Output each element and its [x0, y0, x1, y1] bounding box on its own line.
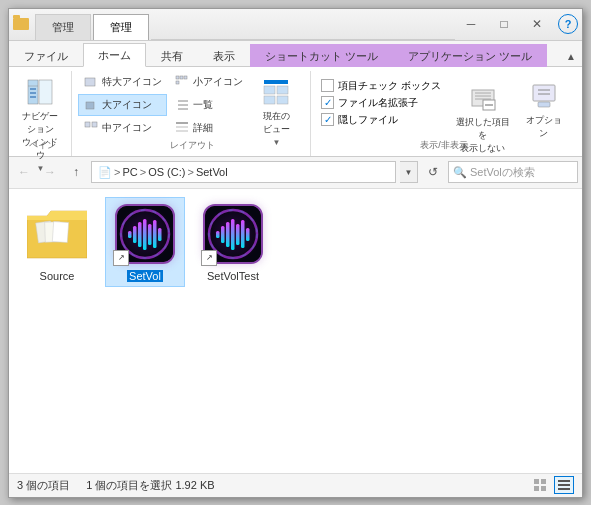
options-btn[interactable]: オプション: [521, 75, 567, 143]
layout-section-label: レイアウト: [74, 139, 310, 152]
ribbon-tabs: ファイル ホーム 共有 表示 ショートカット ツール アプリケーション ツール …: [9, 41, 582, 67]
shortcut-arrow-setvol: ↗: [113, 250, 129, 266]
setvol-name: SetVol: [127, 270, 163, 282]
tab-app-tools[interactable]: アプリケーション ツール: [393, 44, 547, 67]
close-button[interactable]: ✕: [521, 14, 553, 34]
current-view-label: 現在のビュー: [263, 110, 290, 136]
file-item-setvoltest[interactable]: ↗ SetVolTest: [193, 197, 273, 287]
xlarge-icon-btn[interactable]: 特大アイコン: [78, 71, 167, 93]
svg-rect-61: [541, 479, 546, 484]
tab-shortcut-tools[interactable]: ショートカット ツール: [250, 44, 393, 67]
title-bar: 管理 管理 ─ □ ✕ ?: [9, 9, 582, 41]
svg-rect-19: [176, 130, 188, 132]
svg-rect-58: [241, 220, 245, 248]
file-item-source[interactable]: Source: [17, 197, 97, 287]
view-group-2: 小アイコン 一覧: [169, 71, 248, 139]
svg-marker-36: [27, 211, 87, 220]
chk-label-2: ファイル名拡張子: [338, 96, 418, 110]
chk-item-check[interactable]: [321, 79, 334, 92]
path-c: OS (C:): [148, 166, 185, 178]
chk-file-ext[interactable]: [321, 96, 334, 109]
tab-share[interactable]: 共有: [146, 44, 198, 67]
svg-rect-7: [86, 102, 94, 109]
show-section-label: 表示/非表示: [313, 139, 575, 152]
svg-rect-9: [92, 122, 97, 127]
svg-rect-1: [39, 80, 52, 104]
svg-rect-46: [143, 219, 147, 250]
file-item-setvol[interactable]: ↗ SetVol: [105, 197, 185, 287]
tab-file[interactable]: ファイル: [9, 44, 83, 67]
medium-icon-btn[interactable]: 中アイコン: [78, 117, 167, 139]
list-btn[interactable]: 一覧: [169, 94, 248, 116]
checkbox-item-hidden[interactable]: 隠しファイル: [321, 113, 441, 127]
svg-rect-3: [30, 88, 36, 90]
ribbon-section-show: 項目チェック ボックス ファイル名拡張子 隠しファイル: [313, 71, 575, 156]
path-pc: PC: [122, 166, 137, 178]
ribbon-collapse[interactable]: ▲: [560, 47, 582, 66]
options-icon: [528, 80, 560, 112]
maximize-button[interactable]: □: [488, 14, 520, 34]
tab-view[interactable]: 表示: [198, 44, 250, 67]
svg-rect-8: [85, 122, 90, 127]
title-tab-2[interactable]: 管理: [93, 14, 149, 40]
file-area: Source: [9, 189, 582, 473]
nav-window-label: ナビゲーションウィンドウ: [20, 110, 60, 162]
medium-label: 中アイコン: [102, 121, 152, 135]
svg-rect-20: [264, 80, 288, 84]
help-button[interactable]: ?: [558, 14, 578, 34]
small-icon: [174, 74, 190, 90]
svg-rect-54: [221, 226, 225, 243]
svg-rect-57: [236, 224, 240, 245]
svg-rect-63: [541, 486, 546, 491]
icon-size-group: 特大アイコン 大アイコン: [78, 71, 167, 139]
setvol-icon-wrapper: ↗: [113, 202, 177, 266]
large-icon-btn[interactable]: 大アイコン: [78, 94, 167, 116]
setvoltest-icon-wrapper: ↗: [201, 202, 265, 266]
svg-rect-47: [148, 224, 152, 245]
svg-rect-21: [264, 86, 275, 94]
chk-hidden[interactable]: [321, 113, 334, 126]
svg-rect-18: [176, 126, 188, 128]
title-bar-controls: ─ □ ✕ ?: [455, 14, 578, 34]
svg-rect-11: [180, 76, 183, 79]
ribbon-section-pane: ナビゲーションウィンドウ ▼ ペイン: [13, 71, 72, 156]
list-icon: [174, 97, 190, 113]
small-icon-btn[interactable]: 小アイコン: [169, 71, 248, 93]
view-grid-btn[interactable]: [530, 476, 550, 494]
source-icon-wrapper: [25, 202, 89, 266]
title-tabs: 管理 管理: [35, 9, 455, 40]
nav-dropdown-arrow: ▼: [37, 164, 45, 173]
title-tab-1[interactable]: 管理: [35, 14, 91, 40]
svg-rect-62: [534, 486, 539, 491]
path-setvol: SetVol: [196, 166, 228, 178]
svg-rect-22: [277, 86, 288, 94]
pane-buttons: ナビゲーションウィンドウ ▼: [17, 71, 63, 192]
selected-info: 1 個の項目を選択 1.92 KB: [86, 478, 214, 493]
svg-rect-24: [277, 96, 288, 104]
checkbox-item-chkbox[interactable]: 項目チェック ボックス: [321, 79, 441, 93]
view-controls: [530, 476, 574, 494]
svg-rect-5: [30, 96, 36, 98]
view-list-btn[interactable]: [554, 476, 574, 494]
ribbon-section-layout: 特大アイコン 大アイコン: [74, 71, 311, 156]
nav-window-button[interactable]: ナビゲーションウィンドウ ▼: [17, 71, 63, 176]
source-name: Source: [40, 270, 75, 282]
setvoltest-name: SetVolTest: [207, 270, 259, 282]
minimize-button[interactable]: ─: [455, 14, 487, 34]
xlarge-icon: [83, 74, 99, 90]
item-count: 3 個の項目: [17, 478, 70, 493]
large-icon: [83, 97, 99, 113]
list-label: 一覧: [193, 98, 213, 112]
tab-home[interactable]: ホーム: [83, 43, 146, 67]
path-part-pc: 📄: [98, 166, 112, 179]
window-icon: [13, 16, 29, 32]
svg-rect-12: [184, 76, 187, 79]
checkbox-item-ext[interactable]: ファイル名拡張子: [321, 96, 441, 110]
svg-rect-6: [85, 78, 95, 86]
small-label: 小アイコン: [193, 75, 243, 89]
pane-section-label: ペイン: [13, 139, 71, 152]
svg-rect-34: [538, 102, 550, 107]
svg-rect-17: [176, 122, 188, 124]
detail-btn[interactable]: 詳細: [169, 117, 248, 139]
svg-rect-64: [558, 480, 570, 482]
